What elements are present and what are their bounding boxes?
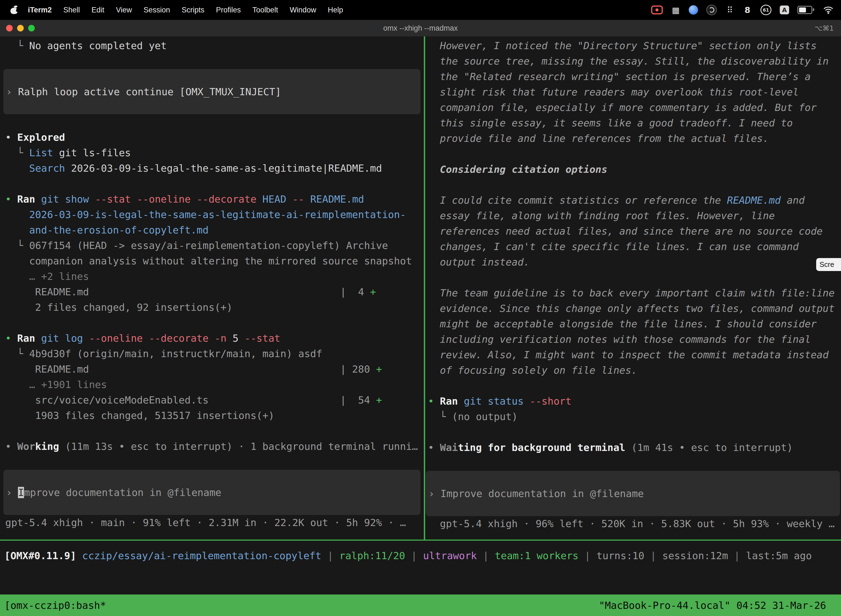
window-title: omx --xhigh --madmax [383, 24, 458, 32]
menu-item-help[interactable]: Help [322, 6, 349, 14]
minimize-button[interactable] [17, 25, 24, 31]
menu-item-shell[interactable]: Shell [58, 6, 86, 14]
terminal-line: including verification notes with those … [425, 332, 841, 347]
text-run: -n [215, 333, 233, 344]
tmux-host-clock: "MacBook-Pro-44.local" 04:52 31-Mar-26 [599, 600, 826, 611]
menu-item-edit[interactable]: Edit [86, 6, 110, 14]
traffic-lights [6, 25, 35, 31]
terminal-line: review. Also, I might want to inspect th… [425, 347, 841, 363]
terminal-line: • Working (11m 13s • esc to interrupt) ·… [0, 439, 424, 454]
text-run: └ [5, 40, 29, 51]
terminal-line [425, 378, 841, 393]
terminal-line: README.md | 4 + [0, 284, 424, 300]
terminal-line: references need actual files, and since … [425, 224, 841, 239]
apple-menu-icon[interactable] [10, 6, 18, 14]
terminal-line: • Waiting for background terminal (1m 41… [425, 440, 841, 455]
right-pane[interactable]: However, I noticed the "Directory Struct… [425, 37, 841, 540]
text-run: • [5, 333, 17, 344]
text-run: --oneline --decorate [89, 333, 214, 344]
text-run: changes, I can't cite specific file line… [428, 241, 799, 252]
text-run: Improve documentation in @filename [440, 488, 644, 499]
prompt-input[interactable]: › Improve documentation in @filename [426, 471, 840, 516]
blue-app-icon[interactable] [689, 5, 698, 15]
zoom-button[interactable] [28, 25, 35, 31]
badge-61-icon[interactable]: 61 [760, 5, 771, 15]
terminal-line: Considering citation options [425, 162, 841, 177]
text-run: Considering citation options [428, 164, 607, 175]
terminal-line: provide file and line references from th… [425, 131, 841, 146]
text-run: session:12m [662, 550, 728, 561]
text-run: 2 files changed, 92 insertions(+) [5, 302, 233, 313]
text-run: › [428, 488, 440, 499]
text-run: The team guideline is to back every impo… [428, 287, 835, 299]
text-run: gpt-5.4 xhigh · main · 91% left · 2.31M … [5, 517, 406, 528]
text-run: Search [29, 163, 65, 174]
text-run: 2026-03-09-is-legal-the-same-as-legitima… [65, 163, 382, 174]
terminal-line [425, 146, 841, 162]
menu-item-session[interactable]: Session [138, 6, 176, 14]
terminal-line: └ List git ls-files [0, 145, 424, 161]
wifi-icon[interactable] [823, 4, 834, 16]
text-run: However, I noticed the "Directory Struct… [428, 40, 817, 51]
text-run: └ [5, 147, 29, 158]
text-run: Ran [17, 194, 41, 205]
text-run: ralph:11/20 [339, 550, 405, 561]
terminal-line: companion file, especially if more comme… [425, 100, 841, 115]
menu-item-view[interactable]: View [110, 6, 138, 14]
terminal-line: might be acceptable alongside the file l… [425, 316, 841, 332]
text-run: Wai [440, 442, 458, 453]
monogram-icon[interactable]: 8 [743, 4, 752, 16]
terminal-line: companion analysis without altering the … [0, 253, 424, 269]
close-button[interactable] [6, 25, 13, 31]
text-run: the "Related research writing" section i… [428, 71, 811, 82]
text-run: List [29, 147, 53, 158]
text-run: README.md [310, 194, 364, 205]
text-run: evidence. Since this change only affects… [428, 303, 835, 314]
terminal-line: However, I noticed the "Directory Struct… [425, 38, 841, 54]
menu-item-scripts[interactable]: Scripts [176, 6, 210, 14]
menu-item-profiles[interactable]: Profiles [210, 6, 247, 14]
menu-item-window[interactable]: Window [284, 6, 322, 14]
terminal-line: └ (no output) [425, 409, 841, 424]
text-run: • [5, 132, 17, 143]
text-run: | [728, 550, 746, 561]
text-run: --short [529, 396, 571, 407]
screen-share-tooltip[interactable]: Scre [816, 258, 841, 271]
grid-app-icon[interactable]: ▦ [671, 4, 680, 16]
text-run: this single essay, it seems like a good … [428, 117, 793, 129]
text-run: references need actual files, and since … [428, 226, 822, 237]
window-title-bar[interactable]: omx --xhigh --madmax ⌥⌘1 [0, 20, 841, 37]
text-run: 1903 files changed, 513517 insertions(+) [5, 410, 274, 421]
terminal-line: • Ran git log --oneline --decorate -n 5 … [0, 331, 424, 346]
terminal-line: the source tree, missing the essay. Stil… [425, 54, 841, 69]
menu-item-toolbelt[interactable]: Toolbelt [247, 6, 284, 14]
terminal-line [0, 454, 424, 470]
battery-icon[interactable] [797, 6, 812, 14]
terminal-line [0, 176, 424, 192]
text-run: • [428, 396, 440, 407]
text-run: git status [464, 396, 529, 407]
menu-item-iterm2[interactable]: iTerm2 [22, 6, 58, 14]
terminal-line: evidence. Since this change only affects… [425, 301, 841, 316]
prompt-input[interactable]: › Improve documentation in @filename [3, 470, 420, 515]
text-run: 5 [233, 333, 245, 344]
terminal-line [0, 114, 424, 130]
text-run: (11m 13s • esc to interrupt) · 1 backgro… [59, 441, 418, 452]
terminal-line: … +2 lines [0, 269, 424, 284]
input-source-icon[interactable]: A [780, 6, 789, 14]
text-run: output instead. [428, 257, 529, 268]
text-run: cczip/essay/ai-reimplementation-copyleft [82, 550, 321, 561]
text-cursor: I [18, 487, 24, 498]
text-run: No agents completed yet [29, 40, 167, 51]
text-run: | [579, 550, 596, 561]
text-run: --stat [245, 333, 280, 344]
record-icon[interactable] [651, 6, 663, 14]
text-run: I could cite commit statistics or refere… [428, 195, 727, 206]
text-run: Ran [440, 396, 464, 407]
tmux-session-label: [omx-cczip0:bash* [4, 600, 106, 611]
dots-grid-icon[interactable]: ⠿ [725, 4, 734, 16]
dark-app-icon[interactable] [706, 5, 717, 15]
text-run: └ [428, 411, 452, 422]
text-run: team:1 workers [495, 550, 578, 561]
left-pane[interactable]: └ No agents completed yet› Ralph loop ac… [0, 37, 424, 540]
